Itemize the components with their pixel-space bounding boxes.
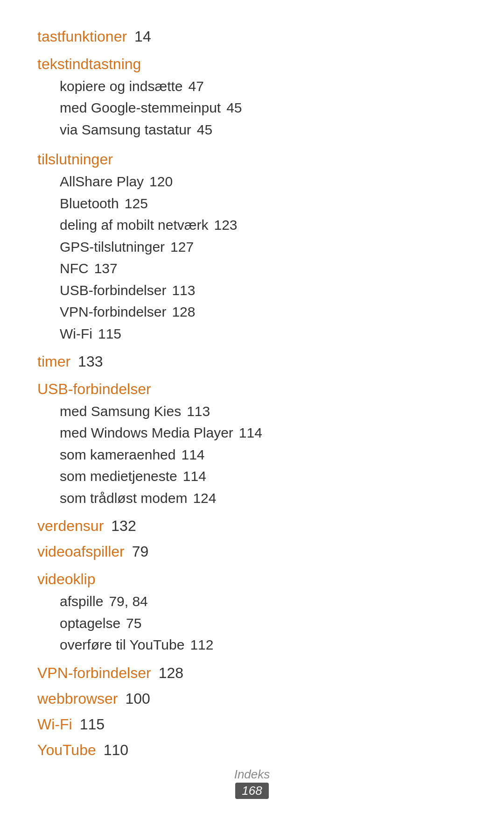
index-subitem: NFC137 <box>37 258 467 280</box>
index-heading-line-videoafspiller: videoafspiller79 <box>37 543 467 560</box>
index-subitem: som medietjeneste114 <box>37 466 467 488</box>
index-heading-line-vpn-forbindelser: VPN-forbindelser128 <box>37 664 467 682</box>
index-subitem: optagelse75 <box>37 613 467 635</box>
index-heading-verdensur: verdensur <box>37 517 104 534</box>
index-heading-line-webbrowser: webbrowser100 <box>37 690 467 707</box>
index-heading-usb-forbindelser: USB-forbindelser <box>37 379 467 400</box>
index-section-usb-forbindelser: USB-forbindelsermed Samsung Kies113med W… <box>37 379 467 509</box>
index-heading-line-wi-fi: Wi-Fi115 <box>37 716 467 733</box>
index-page-vpn-forbindelser: 128 <box>159 664 183 681</box>
index-page-videoafspiller: 79 <box>132 543 149 560</box>
index-heading-webbrowser: webbrowser <box>37 690 118 707</box>
index-heading-videoafspiller: videoafspiller <box>37 543 125 560</box>
index-section-tilslutninger: tilslutningerAllShare Play120Bluetooth12… <box>37 149 467 345</box>
index-subitem: Wi-Fi115 <box>37 323 467 345</box>
index-section-tekstindtastning: tekstindtastningkopiere og indsætte47med… <box>37 54 467 141</box>
index-heading-youtube: YouTube <box>37 742 96 758</box>
index-page-youtube: 110 <box>104 742 128 758</box>
index-heading-videoklip: videoklip <box>37 569 467 590</box>
index-section-verdensur: verdensur132 <box>37 517 467 535</box>
index-section-vpn-forbindelser: VPN-forbindelser128 <box>37 664 467 682</box>
footer-label: Indeks <box>0 767 504 782</box>
index-heading-timer: timer <box>37 353 70 370</box>
index-subitem: Bluetooth125 <box>37 193 467 215</box>
index-subitem: GPS-tilslutninger127 <box>37 236 467 258</box>
index-subitem: VPN-forbindelser128 <box>37 301 467 323</box>
index-heading-line-timer: timer133 <box>37 353 467 370</box>
index-subitem: med Windows Media Player114 <box>37 422 467 444</box>
index-page-webbrowser: 100 <box>126 690 150 707</box>
index-heading-wi-fi: Wi-Fi <box>37 716 72 733</box>
index-section-youtube: YouTube110 <box>37 742 467 759</box>
index-section-videoklip: videoklipafspille79, 84optagelse75overfø… <box>37 569 467 656</box>
index-subitem: med Google-stemmeinput45 <box>37 97 467 119</box>
index-subitem: AllShare Play120 <box>37 171 467 193</box>
index-page-verdensur: 132 <box>111 517 136 534</box>
page-footer: Indeks 168 <box>0 767 504 799</box>
index-subitem: afspille79, 84 <box>37 591 467 613</box>
index-page-wi-fi: 115 <box>80 716 105 733</box>
index-heading-vpn-forbindelser: VPN-forbindelser <box>37 664 151 681</box>
index-subitem: deling af mobilt netværk123 <box>37 214 467 236</box>
index-heading-line-youtube: YouTube110 <box>37 742 467 759</box>
index-subitem: USB-forbindelser113 <box>37 280 467 302</box>
index-subitem: med Samsung Kies113 <box>37 401 467 423</box>
index-section-tastfunktioner: tastfunktioner14 <box>37 28 467 45</box>
index-section-webbrowser: webbrowser100 <box>37 690 467 707</box>
footer-page: 168 <box>235 783 268 799</box>
index-heading-tekstindtastning: tekstindtastning <box>37 54 467 75</box>
index-heading-tastfunktioner: tastfunktioner <box>37 28 127 45</box>
index-subitem: som trådløst modem124 <box>37 488 467 509</box>
index-subitem: som kameraenhed114 <box>37 444 467 466</box>
index-container: tastfunktioner14tekstindtastningkopiere … <box>37 28 467 759</box>
index-subitem: overføre til YouTube112 <box>37 634 467 656</box>
index-section-videoafspiller: videoafspiller79 <box>37 543 467 560</box>
index-section-timer: timer133 <box>37 353 467 370</box>
index-heading-line-tastfunktioner: tastfunktioner14 <box>37 28 467 45</box>
index-heading-tilslutninger: tilslutninger <box>37 149 467 170</box>
index-subitem: kopiere og indsætte47 <box>37 76 467 98</box>
index-section-wi-fi: Wi-Fi115 <box>37 716 467 733</box>
index-subitem: via Samsung tastatur45 <box>37 119 467 141</box>
index-page-timer: 133 <box>78 353 103 370</box>
index-heading-line-verdensur: verdensur132 <box>37 517 467 535</box>
index-page-tastfunktioner: 14 <box>134 28 151 45</box>
